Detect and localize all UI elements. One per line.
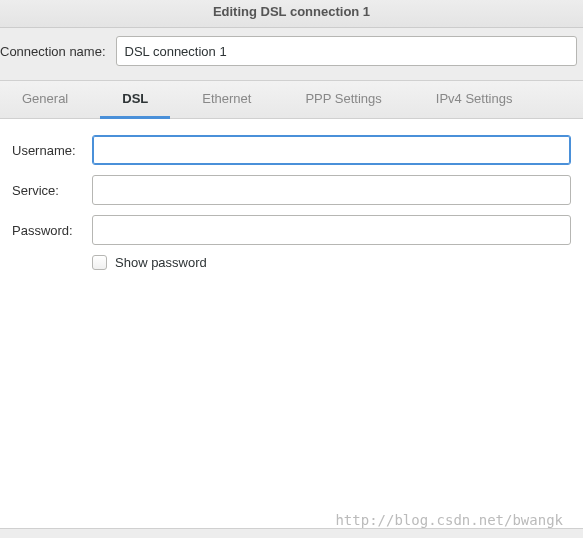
window-title: Editing DSL connection 1: [0, 0, 583, 28]
tab-bar: General DSL Ethernet PPP Settings IPv4 S…: [0, 80, 583, 119]
tab-ethernet[interactable]: Ethernet: [180, 81, 273, 119]
show-password-label: Show password: [115, 255, 207, 270]
connection-name-label: Connection name:: [0, 44, 116, 59]
show-password-row[interactable]: Show password: [92, 255, 571, 270]
tab-dsl[interactable]: DSL: [100, 81, 170, 119]
password-input[interactable]: [92, 215, 571, 245]
password-row: Password:: [12, 215, 571, 245]
connection-name-row: Connection name:: [0, 28, 583, 80]
username-input[interactable]: [92, 135, 571, 165]
footer-bar: [0, 529, 583, 538]
username-row: Username:: [12, 135, 571, 165]
username-label: Username:: [12, 143, 92, 158]
show-password-checkbox[interactable]: [92, 255, 107, 270]
connection-name-input[interactable]: [116, 36, 577, 66]
tab-ppp-settings[interactable]: PPP Settings: [283, 81, 403, 119]
service-input[interactable]: [92, 175, 571, 205]
service-label: Service:: [12, 183, 92, 198]
tab-ipv4-settings[interactable]: IPv4 Settings: [414, 81, 535, 119]
dsl-form-panel: Username: Service: Password: Show passwo…: [0, 119, 583, 529]
service-row: Service:: [12, 175, 571, 205]
tab-general[interactable]: General: [0, 81, 90, 119]
password-label: Password:: [12, 223, 92, 238]
